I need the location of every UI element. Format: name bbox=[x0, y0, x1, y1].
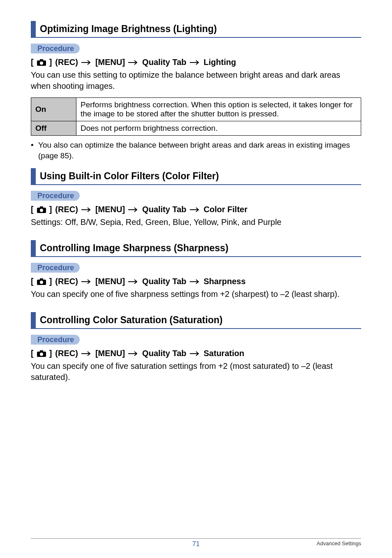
procedure-label: Procedure bbox=[37, 44, 74, 53]
procedure-chip: Procedure bbox=[33, 263, 80, 273]
arrow-icon bbox=[81, 207, 92, 212]
breadcrumb-colorfilter: [] (REC) [MENU] Quality Tab Color Filter bbox=[31, 205, 361, 214]
section-body: You can specify one of five saturation s… bbox=[31, 361, 361, 383]
arrow-icon bbox=[128, 351, 139, 356]
header-accent-bar bbox=[31, 168, 36, 184]
procedure-label: Procedure bbox=[37, 264, 74, 272]
camera-icon bbox=[37, 59, 46, 66]
breadcrumb-bracket-open: [ bbox=[31, 277, 34, 286]
page-number: 71 bbox=[192, 540, 200, 548]
procedure-label-row: Procedure bbox=[31, 263, 361, 273]
bullet-dot: • bbox=[31, 140, 38, 161]
breadcrumb-saturation: [] (REC) [MENU] Quality Tab Saturation bbox=[31, 349, 361, 358]
breadcrumb-lighting: [] (REC) [MENU] Quality Tab Lighting bbox=[31, 58, 361, 67]
section-header-saturation: Controlling Color Saturation (Saturation… bbox=[31, 312, 361, 329]
header-accent-bar bbox=[31, 240, 36, 256]
arrow-icon bbox=[190, 207, 201, 212]
table-cell: Performs brightness correction. When thi… bbox=[76, 98, 361, 121]
breadcrumb-item: (REC) bbox=[55, 349, 78, 358]
breadcrumb-bracket-close: ] bbox=[49, 205, 52, 214]
breadcrumb-item: Saturation bbox=[204, 349, 244, 358]
arrow-icon bbox=[128, 60, 139, 65]
breadcrumb-item: Quality Tab bbox=[142, 349, 186, 358]
breadcrumb-bracket-open: [ bbox=[31, 205, 34, 214]
camera-icon bbox=[37, 278, 46, 285]
breadcrumb-item: Color Filter bbox=[204, 205, 248, 214]
camera-icon bbox=[37, 350, 46, 357]
procedure-label: Procedure bbox=[37, 192, 74, 200]
page-footer: 71 Advanced Settings bbox=[31, 538, 361, 546]
section-title: Using Built-in Color Filters (Color Filt… bbox=[36, 168, 219, 184]
breadcrumb-bracket-close: ] bbox=[49, 277, 52, 286]
breadcrumb-item: (REC) bbox=[55, 205, 78, 214]
svg-rect-13 bbox=[40, 278, 43, 280]
table-row: On Performs brightness correction. When … bbox=[31, 98, 361, 121]
svg-rect-19 bbox=[40, 350, 43, 352]
section-header-sharpness: Controlling Image Sharpness (Sharpness) bbox=[31, 240, 361, 257]
table-row: Off Does not perform brightness correcti… bbox=[31, 121, 361, 136]
section-title: Optimizing Image Brightness (Lighting) bbox=[36, 21, 217, 37]
arrow-icon bbox=[128, 207, 139, 212]
breadcrumb-bracket-open: [ bbox=[31, 349, 34, 358]
footer-inner: 71 Advanced Settings bbox=[31, 540, 361, 546]
camera-icon bbox=[37, 206, 46, 213]
breadcrumb-sharpness: [] (REC) [MENU] Quality Tab Sharpness bbox=[31, 277, 361, 286]
procedure-chip: Procedure bbox=[33, 335, 80, 345]
arrow-icon bbox=[128, 279, 139, 284]
breadcrumb-bracket-close: ] bbox=[49, 349, 52, 358]
svg-point-14 bbox=[40, 280, 43, 284]
arrow-icon bbox=[190, 60, 201, 65]
section-body: You can specify one of five sharpness se… bbox=[31, 289, 361, 300]
breadcrumb-item: [MENU] bbox=[95, 205, 125, 214]
procedure-label-row: Procedure bbox=[31, 191, 361, 201]
svg-rect-1 bbox=[40, 59, 43, 61]
note-bullet: • You also can optimize the balance betw… bbox=[31, 140, 361, 161]
arrow-icon bbox=[190, 279, 201, 284]
section-body: Settings: Off, B/W, Sepia, Red, Green, B… bbox=[31, 217, 361, 228]
breadcrumb-item: Quality Tab bbox=[142, 277, 186, 286]
bullet-text: You also can optimize the balance betwee… bbox=[38, 140, 361, 161]
header-accent-bar bbox=[31, 21, 36, 37]
procedure-label: Procedure bbox=[37, 336, 74, 344]
arrow-icon bbox=[190, 351, 201, 356]
breadcrumb-item: Quality Tab bbox=[142, 58, 186, 67]
procedure-label-row: Procedure bbox=[31, 44, 361, 53]
section-header-colorfilter: Using Built-in Color Filters (Color Filt… bbox=[31, 168, 361, 185]
arrow-icon bbox=[81, 279, 92, 284]
breadcrumb-item: Lighting bbox=[204, 58, 236, 67]
table-cell: Does not perform brightness correction. bbox=[76, 121, 361, 136]
breadcrumb-item: (REC) bbox=[55, 277, 78, 286]
breadcrumb-bracket-open: [ bbox=[31, 58, 34, 67]
section-title: Controlling Image Sharpness (Sharpness) bbox=[36, 240, 228, 256]
svg-point-8 bbox=[40, 208, 43, 212]
arrow-icon bbox=[81, 60, 92, 65]
breadcrumb-item: Quality Tab bbox=[142, 205, 186, 214]
procedure-chip: Procedure bbox=[33, 44, 80, 53]
breadcrumb-item: Sharpness bbox=[204, 277, 246, 286]
table-header-cell: Off bbox=[31, 121, 76, 136]
breadcrumb-bracket-close: ] bbox=[49, 58, 52, 67]
svg-rect-7 bbox=[40, 206, 43, 208]
section-header-lighting: Optimizing Image Brightness (Lighting) bbox=[31, 21, 361, 38]
settings-table: On Performs brightness correction. When … bbox=[31, 97, 361, 136]
svg-point-20 bbox=[40, 352, 43, 356]
breadcrumb-item: [MENU] bbox=[95, 349, 125, 358]
svg-point-2 bbox=[40, 61, 43, 65]
arrow-icon bbox=[81, 351, 92, 356]
footer-chapter: Advanced Settings bbox=[317, 540, 361, 546]
breadcrumb-item: (REC) bbox=[55, 58, 78, 67]
breadcrumb-item: [MENU] bbox=[95, 277, 125, 286]
section-title: Controlling Color Saturation (Saturation… bbox=[36, 312, 223, 328]
procedure-label-row: Procedure bbox=[31, 335, 361, 345]
breadcrumb-item: [MENU] bbox=[95, 58, 125, 67]
procedure-chip: Procedure bbox=[33, 191, 80, 201]
page-container: Optimizing Image Brightness (Lighting) P… bbox=[0, 0, 392, 558]
table-header-cell: On bbox=[31, 98, 76, 121]
section-intro: You can use this setting to optimize the… bbox=[31, 69, 361, 92]
header-accent-bar bbox=[31, 312, 36, 328]
